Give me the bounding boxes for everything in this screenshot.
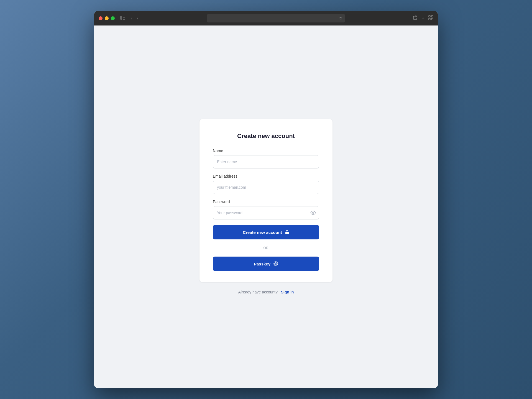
close-button[interactable] [99, 16, 103, 20]
svg-rect-6 [429, 18, 430, 20]
browser-content: Create new account Name Email address Pa… [94, 25, 438, 388]
new-tab-icon[interactable]: + [421, 16, 424, 21]
create-account-button[interactable]: Create new account [213, 225, 319, 239]
create-account-label: Create new account [243, 230, 282, 235]
refresh-icon[interactable]: ↻ [339, 16, 342, 21]
svg-rect-7 [431, 18, 433, 20]
divider-text: OR [264, 246, 269, 250]
svg-rect-3 [123, 19, 125, 20]
password-form-group: Password [213, 200, 319, 219]
email-label: Email address [213, 174, 319, 178]
divider: OR [213, 246, 319, 250]
share-icon[interactable] [413, 15, 418, 21]
name-form-group: Name [213, 149, 319, 168]
browser-nav: ‹ › [130, 15, 139, 22]
signin-prompt-text: Already have account? [238, 290, 278, 294]
page-content: Create new account Name Email address Pa… [94, 103, 438, 311]
name-label: Name [213, 149, 319, 153]
divider-line-right [272, 248, 319, 248]
address-bar-container: ↻ [143, 14, 410, 22]
svg-rect-0 [120, 16, 122, 20]
browser-titlebar: ‹ › ↻ + [94, 11, 438, 25]
svg-rect-9 [285, 232, 289, 234]
passkey-label: Passkey [254, 262, 270, 266]
forward-button[interactable]: › [135, 15, 139, 22]
signin-prompt: Already have account? Sign in [238, 290, 294, 294]
back-button[interactable]: ‹ [130, 15, 133, 22]
svg-rect-5 [431, 16, 433, 17]
email-input[interactable] [213, 181, 319, 194]
passkey-button[interactable]: Passkey [213, 257, 319, 271]
traffic-lights [99, 16, 115, 20]
email-form-group: Email address [213, 174, 319, 194]
browser-window: ‹ › ↻ + [94, 11, 438, 388]
browser-actions: + [413, 15, 433, 21]
svg-rect-1 [123, 16, 125, 16]
eye-icon [310, 210, 316, 216]
lock-icon [285, 230, 289, 234]
sidebar-toggle-icon[interactable] [120, 16, 125, 21]
svg-rect-4 [429, 16, 430, 17]
minimize-button[interactable] [105, 16, 109, 20]
divider-line-left [213, 248, 260, 248]
signup-card: Create new account Name Email address Pa… [200, 119, 332, 282]
svg-point-8 [313, 212, 314, 214]
signin-link[interactable]: Sign in [281, 290, 294, 294]
password-input[interactable] [213, 206, 319, 219]
address-bar[interactable]: ↻ [207, 14, 345, 22]
svg-rect-2 [123, 17, 125, 18]
password-label: Password [213, 200, 319, 204]
password-wrapper [213, 206, 319, 219]
card-title: Create new account [213, 132, 319, 140]
maximize-button[interactable] [111, 16, 115, 20]
fingerprint-icon [273, 261, 278, 266]
name-input[interactable] [213, 155, 319, 168]
tab-overview-icon[interactable] [428, 15, 433, 21]
password-toggle-button[interactable] [310, 210, 316, 216]
